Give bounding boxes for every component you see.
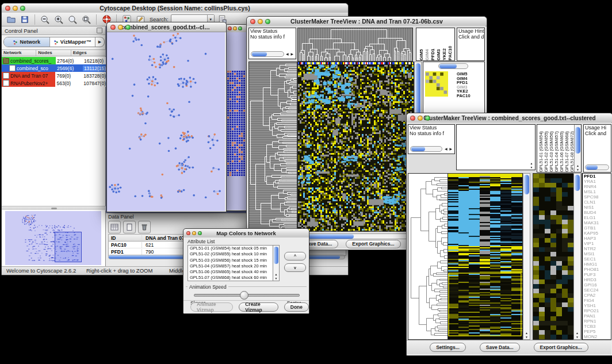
- dialog-button[interactable]: Done: [284, 302, 309, 312]
- close-button[interactable]: [5, 6, 10, 11]
- gene-label[interactable]: GTB1: [584, 225, 611, 231]
- scrollbar-thumb[interactable]: [411, 147, 425, 151]
- zoom-heatmap-canvas[interactable]: [425, 71, 448, 97]
- list-vscrollbar[interactable]: ▲ ▼: [273, 246, 279, 281]
- column-header[interactable]: Edges: [71, 50, 106, 56]
- heatmap-canvas[interactable]: [297, 62, 414, 232]
- zoom-button[interactable]: [20, 6, 25, 11]
- minimize-button[interactable]: [13, 6, 18, 11]
- gene-label[interactable]: NIS1: [584, 205, 611, 210]
- treeview2-titlebar[interactable]: ClusterMaker TreeView : combined_scores_…: [407, 113, 612, 123]
- zoom-button[interactable]: [198, 231, 202, 235]
- column-label[interactable]: GPL51-04 (GSM857): [554, 125, 559, 172]
- zoom-out-icon[interactable]: [39, 14, 51, 25]
- gene-label[interactable]: PHO81: [584, 267, 611, 272]
- gene-label[interactable]: NTR2: [584, 246, 611, 251]
- gene-label[interactable]: BUD4: [584, 210, 611, 215]
- gene-label[interactable]: VIP1: [584, 241, 611, 246]
- column-dendrogram-area[interactable]: ▲ ▼: [456, 124, 536, 170]
- minimize-button[interactable]: [418, 116, 423, 121]
- scroll-down-arrow[interactable]: ▼: [574, 335, 580, 339]
- column-header[interactable]: Network: [2, 50, 36, 56]
- slider-thumb[interactable]: [240, 291, 248, 300]
- gene-label[interactable]: FIG4: [584, 298, 611, 303]
- save-button[interactable]: [19, 14, 30, 25]
- gene-label[interactable]: SPC98: [584, 194, 611, 200]
- column-header[interactable]: Nodes: [36, 50, 71, 56]
- treeview-button[interactable]: Export Graphics...: [534, 343, 588, 352]
- attribute-list-item[interactable]: GPL51-01 (GSM854) heat shock 05 min: [188, 246, 273, 251]
- zoom-button[interactable]: [425, 116, 430, 121]
- zoom-button[interactable]: [125, 25, 131, 30]
- network-row[interactable]: RNAPuberNov2+ 563(0) 107847(0): [2, 79, 106, 87]
- column-label[interactable]: GIM4: [424, 28, 430, 60]
- close-button[interactable]: [250, 19, 255, 24]
- column-dendrogram-canvas[interactable]: [297, 28, 413, 62]
- zoom-selected-icon[interactable]: [67, 14, 78, 25]
- attribute-select-icon[interactable]: [108, 221, 121, 233]
- gene-label[interactable]: RPN1: [584, 319, 611, 324]
- open-file-button[interactable]: [5, 14, 17, 25]
- scroll-arrows[interactable]: ◀ ▶: [286, 52, 294, 56]
- dialog-button[interactable]: Animate Vizmap: [190, 302, 233, 312]
- attribute-list-item[interactable]: GPL51-06 (GSM865) heat shock 40 min: [188, 269, 273, 275]
- zoom-in-icon[interactable]: [53, 14, 64, 25]
- scroll-up-arrow[interactable]: ▲: [574, 331, 580, 335]
- treeview-button[interactable]: Settings...: [430, 343, 466, 352]
- gene-label[interactable]: YRA1: [584, 179, 611, 184]
- scroll-up-arrow[interactable]: ▲: [523, 331, 530, 335]
- gene-label[interactable]: PAN1: [584, 313, 611, 319]
- gene-label[interactable]: HRD3: [584, 277, 611, 282]
- scroll-down-arrow[interactable]: ▼: [575, 168, 581, 171]
- close-button[interactable]: [410, 116, 415, 121]
- matrix-window-titlebar[interactable]: [226, 25, 247, 33]
- gene-label[interactable]: PUF3: [584, 272, 611, 277]
- scrollbar-thumb[interactable]: [252, 52, 267, 56]
- scrollbar-thumb[interactable]: [274, 247, 278, 264]
- delete-attribute-icon[interactable]: [138, 221, 151, 233]
- scroll-down-arrow[interactable]: ▼: [529, 166, 534, 169]
- column-label[interactable]: PAC10: [447, 28, 453, 60]
- column-label[interactable]: GPL51-03 (GSM856): [549, 125, 554, 172]
- float-panel-icon[interactable]: [97, 28, 102, 33]
- gene-label[interactable]: HAP3: [584, 236, 611, 241]
- heatmap-canvas[interactable]: [447, 173, 523, 340]
- main-titlebar[interactable]: Cytoscape Desktop (Session Name: collins…: [2, 3, 348, 13]
- column-label[interactable]: GPL51-07 (GSM868): [564, 125, 569, 172]
- matrix-view-content[interactable]: [226, 32, 246, 210]
- gene-label[interactable]: MSL1: [584, 189, 611, 194]
- minimize-button[interactable]: [192, 231, 196, 235]
- scroll-down-arrow[interactable]: ▼: [273, 277, 279, 280]
- gene-label[interactable]: CLN1: [584, 200, 611, 205]
- attribute-list-item[interactable]: GPL51-02 (GSM855) heat shock 10 min: [188, 251, 273, 257]
- network-overview-canvas[interactable]: [5, 211, 101, 265]
- zoom-button[interactable]: [265, 19, 270, 24]
- tabs-overflow-arrow[interactable]: ▶: [95, 37, 104, 47]
- network-row[interactable]: combined_sco 2569(6) 13112(15): [2, 64, 106, 72]
- scroll-up-arrow[interactable]: ▲: [575, 164, 581, 167]
- scroll-down-arrow[interactable]: ▼: [523, 335, 530, 339]
- gene-label[interactable]: ELG1: [584, 215, 611, 220]
- adjacency-matrix-canvas[interactable]: [227, 70, 246, 176]
- row-label[interactable]: PAC10: [457, 94, 471, 98]
- gene-label[interactable]: YSH1: [584, 303, 611, 308]
- close-button[interactable]: [186, 231, 190, 235]
- dialog-titlebar[interactable]: Map Colors to Network: [183, 229, 309, 238]
- gene-label[interactable]: PEP5: [584, 329, 611, 334]
- scrollbar-thumb[interactable]: [524, 175, 529, 194]
- scrollbar-thumb[interactable]: [575, 127, 580, 154]
- move-down-button[interactable]: v: [284, 263, 306, 272]
- zoom-button[interactable]: [238, 26, 242, 30]
- labels-vscrollbar[interactable]: ▲ ▼: [574, 125, 581, 172]
- minimize-button[interactable]: [118, 25, 123, 30]
- id-column-header[interactable]: ID: [109, 235, 142, 241]
- gene-label[interactable]: MON2: [584, 334, 611, 339]
- treeview-button[interactable]: Save Data...: [480, 343, 520, 352]
- row-dendrogram-canvas[interactable]: [408, 173, 448, 340]
- panel-tab[interactable]: Network: [4, 37, 50, 47]
- panel-tab[interactable]: VizMapper™: [50, 37, 96, 47]
- attribute-list-item[interactable]: GPL51-03 (GSM856) heat shock 15 min: [188, 258, 273, 263]
- treeview-button[interactable]: Export Graphics...: [346, 240, 400, 248]
- row-dendrogram-canvas[interactable]: [248, 62, 297, 232]
- usage-hscrollbar[interactable]: [585, 164, 609, 170]
